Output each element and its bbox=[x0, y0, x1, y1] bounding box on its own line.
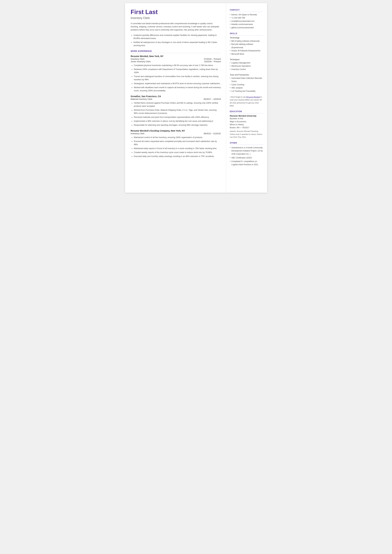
company-2-bullets: Verified items received against Purchase… bbox=[134, 101, 221, 127]
company-name-1: Resume Worded, New York, NY bbox=[131, 55, 221, 57]
skill-tech-t1: Logistics Management bbox=[230, 61, 263, 64]
c1-bullet-3: Traced and catalogued transfers of commo… bbox=[134, 75, 221, 81]
role-title-1a: Inventory Clerk bbox=[131, 58, 144, 60]
company-name-3: Resume Worded's Exciting Company, New Yo… bbox=[131, 129, 221, 132]
role-dates-1b: 10/2018 – Present bbox=[204, 60, 221, 63]
edu-location-date: Boston, MA — 05/2017 bbox=[230, 126, 263, 129]
skill-tool-1: Automated Data Collection/ Barcode Scans bbox=[230, 77, 263, 83]
skills-section-title: SKILLS bbox=[230, 32, 263, 35]
c3-bullet-3: Maintained daily reports in Excel of all… bbox=[134, 147, 221, 150]
skill-tool-4: Lot Tracking and Traceability bbox=[230, 90, 263, 93]
right-column: CONTACT Denver, OH (Open to Remote) +1-2… bbox=[226, 3, 267, 193]
skill-tech-4: Microsoft Word bbox=[230, 52, 263, 56]
promo-text: • Don't forget to use Resume Worded to s… bbox=[230, 96, 263, 107]
role-title-3a: Inventory Clerk bbox=[131, 132, 144, 135]
role-dates-3a: 08/2012 – 01/2015 bbox=[204, 132, 221, 135]
role-dates-1a: 07/2019 – Present bbox=[204, 58, 221, 60]
company-name-2: Growthsi, San Francisco, CA bbox=[131, 95, 221, 98]
skill-tool-3: ABC analysis bbox=[230, 86, 263, 89]
contact-item-1: Denver, OH (Open to Remote) bbox=[230, 13, 263, 16]
edu-institution: Resume Worded University bbox=[230, 115, 263, 117]
role-title-2a: Material Inventory Clerk bbox=[131, 98, 152, 100]
c3-bullet-1: Maintained control of all the Inventory,… bbox=[134, 136, 221, 139]
skills-section: SKILLS Technology Bill of lading softwar… bbox=[230, 32, 263, 107]
c1-bullet-1: Completed physical inventories maintaini… bbox=[134, 64, 221, 67]
contact-item-3: email@resumeworded.com bbox=[230, 20, 263, 23]
role-title-1b: Junior Inventory Clerk bbox=[131, 60, 151, 63]
edu-awards: Awards: Resume Worded Teaching Fellow (o… bbox=[230, 130, 263, 139]
c1-bullet-4: Strategized, implemented and maintained … bbox=[134, 82, 221, 85]
skill-list-techniques: Logistics Management Warehouse Operation… bbox=[230, 61, 263, 71]
other-section: OTHER Volunteered in a 3-month Community… bbox=[230, 142, 263, 166]
other-item-3: Completed 5+ competitions on Logistics B… bbox=[230, 160, 263, 166]
contact-item-2: +1-234-456-789 bbox=[230, 16, 263, 19]
c3-bullet-2: Ensured all orders requested were comple… bbox=[134, 140, 221, 146]
edu-major: Major in Economics bbox=[230, 120, 263, 123]
edu-minor: Minors in History bbox=[230, 123, 263, 126]
other-item-2: ABC Certification (2022) bbox=[230, 156, 263, 159]
c2-bullet-3: Received materials and parts from transp… bbox=[134, 116, 221, 119]
contact-list: Denver, OH (Open to Remote) +1-234-456-7… bbox=[230, 13, 263, 29]
skill-tech-2: Barcode labeling software (Experienced) bbox=[230, 43, 263, 49]
job-title: Inventory Clerk bbox=[131, 16, 221, 20]
c2-bullet-4: Implemented a 38% reduction in labour co… bbox=[134, 119, 221, 123]
c2-bullet-1: Verified items received against Purchase… bbox=[134, 101, 221, 108]
company-3-bullets: Maintained control of all the Inventory,… bbox=[134, 136, 221, 158]
name: First Last bbox=[131, 9, 221, 15]
summary-bullets: Analyzed quantity differences and contac… bbox=[133, 34, 221, 47]
c1-bullet-5: Worked with deadlines each month to capt… bbox=[134, 86, 221, 92]
company-block-2: Growthsi, San Francisco, CA Material Inv… bbox=[131, 95, 221, 127]
skill-list-tools: Automated Data Collection/ Barcode Scans… bbox=[230, 77, 263, 93]
skill-tool-2: Cycle Counting bbox=[230, 83, 263, 86]
skill-category-tech: Technology bbox=[230, 37, 263, 39]
contact-section: CONTACT Denver, OH (Open to Remote) +1-2… bbox=[230, 9, 263, 29]
c2-bullet-5: Responsible for detecting and reporting … bbox=[134, 124, 221, 127]
role-dates-2a: 05/2017 – 10/2019 bbox=[204, 98, 221, 100]
company-1-bullets: Completed physical inventories maintaini… bbox=[134, 64, 221, 92]
education-section: EDUCATION Resume Worded University Bache… bbox=[230, 110, 263, 139]
skill-tech-3: Oracle JD Edwards EnterpriseOne bbox=[230, 49, 263, 52]
other-list: Volunteered in a 3-month Community Devel… bbox=[230, 146, 263, 166]
contact-item-4: linkedin.com/in/username bbox=[230, 23, 263, 26]
skill-tech-t2: Warehouse Operations bbox=[230, 64, 263, 68]
left-column: First Last Inventory Clerk A committed a… bbox=[125, 3, 226, 193]
skill-tech-1: Bill of lading software (Advanced) bbox=[230, 40, 263, 43]
c1-bullet-2: Retained 100% compliance with Department… bbox=[134, 68, 221, 74]
skill-category-techniques: Techniques: bbox=[230, 58, 263, 61]
c3-bullet-5: Executed daily and monthly safety meetin… bbox=[134, 155, 221, 158]
education-section-title: EDUCATION bbox=[230, 110, 263, 113]
c3-bullet-4: Created weekly reports of the Inventory … bbox=[134, 151, 221, 154]
role-row-2a: Material Inventory Clerk 05/2017 – 10/20… bbox=[131, 98, 221, 100]
skill-list-tech: Bill of lading software (Advanced) Barco… bbox=[230, 40, 263, 56]
skill-category-tools: Tools and Frameworks: bbox=[230, 74, 263, 76]
other-section-title: OTHER bbox=[230, 142, 263, 145]
skill-tech-t3: Inventory Control bbox=[230, 68, 263, 71]
c2-bullet-2: Worked from Purchase Order, Material Shi… bbox=[134, 108, 221, 115]
edu-degree: Bachelor of Arts bbox=[230, 117, 263, 120]
contact-section-title: CONTACT bbox=[230, 9, 263, 12]
summary-text: A committed and detail-oriented professi… bbox=[131, 22, 221, 31]
company-block-3: Resume Worded's Exciting Company, New Yo… bbox=[131, 129, 221, 158]
role-row-1b: Junior Inventory Clerk 10/2018 – Present bbox=[131, 60, 221, 63]
work-experience-section-title: WORK EXPERIENCE bbox=[131, 50, 221, 53]
role-row-3a: Inventory Clerk 08/2012 – 01/2015 bbox=[131, 132, 221, 135]
resume-worded-link[interactable]: Resume Worded bbox=[246, 96, 260, 98]
contact-item-5: github.com/resumeworded bbox=[230, 26, 263, 29]
company-block-1: Resume Worded, New York, NY Inventory Cl… bbox=[131, 55, 221, 92]
resume-document: First Last Inventory Clerk A committed a… bbox=[125, 3, 267, 193]
role-row-1a: Inventory Clerk 07/2019 – Present bbox=[131, 58, 221, 60]
other-item-1: Volunteered in a 3-month Community Devel… bbox=[230, 146, 263, 156]
summary-bullet-1: Analyzed quantity differences and contac… bbox=[133, 34, 221, 40]
summary-bullet-2: Notified all salespersons of any shortag… bbox=[133, 41, 221, 47]
